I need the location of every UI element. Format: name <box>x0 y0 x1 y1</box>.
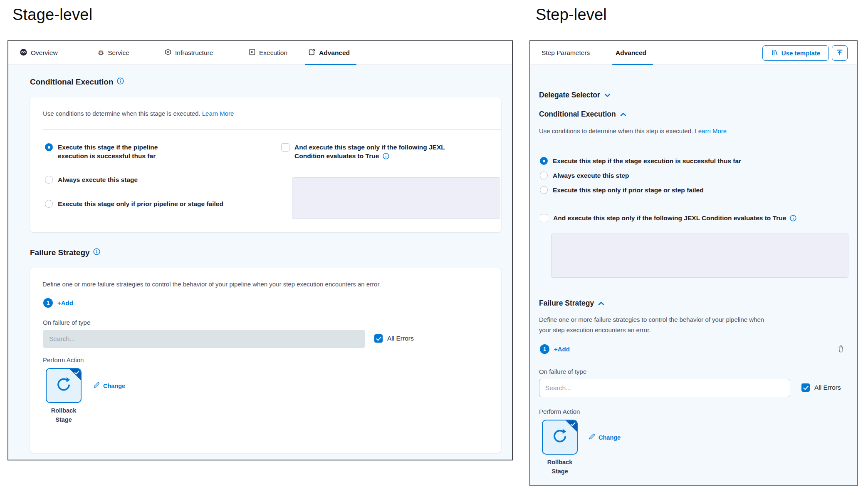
tab-label: Overview <box>31 49 58 57</box>
column-divider <box>263 141 263 217</box>
execution-icon <box>249 49 255 57</box>
radio-unselected-icon[interactable] <box>45 200 53 208</box>
infrastructure-icon <box>165 49 171 57</box>
failure-strategy-description: Define one or more failure strategies to… <box>539 315 770 336</box>
conditional-execution-description: Use conditions to determine when this st… <box>43 110 234 117</box>
upload-arrow-icon <box>836 49 843 58</box>
failure-type-search-input[interactable] <box>539 379 790 397</box>
radio-execute-if-successful[interactable]: Execute this step if the stage execution… <box>540 157 741 166</box>
stage-advanced-panel: Overview ⚙ Service Infrastructure Execut… <box>7 40 513 460</box>
tab-label: Step Parameters <box>542 49 590 57</box>
checkbox-unchecked-icon[interactable] <box>281 143 289 152</box>
change-action-button[interactable]: Change <box>589 433 621 442</box>
radio-execute-if-failed[interactable]: Execute this step only if prior stage or… <box>540 186 704 195</box>
pencil-icon <box>589 433 596 442</box>
chevron-up-icon <box>620 110 626 119</box>
conditional-execution-description: Use conditions to determine when this st… <box>539 127 727 134</box>
service-gear-icon: ⚙ <box>98 50 104 57</box>
strategy-count-pill[interactable]: 1 <box>43 298 53 308</box>
stage-tabbar: Overview ⚙ Service Infrastructure Execut… <box>8 41 512 65</box>
tab-label: Infrastructure <box>175 49 213 57</box>
failure-strategy-description: Define one or more failure strategies to… <box>42 281 458 288</box>
info-icon[interactable] <box>383 153 389 162</box>
info-icon[interactable] <box>117 77 124 87</box>
tab-label: Service <box>108 49 129 57</box>
tab-advanced[interactable]: Advanced <box>616 41 646 65</box>
radio-always-execute[interactable]: Always execute this stage <box>45 176 138 184</box>
rollback-stage-action-tile[interactable] <box>46 368 82 403</box>
add-strategy-button[interactable]: +Add <box>554 346 570 353</box>
failure-strategy-heading: Failure Strategy <box>30 248 100 257</box>
conditional-execution-card: Use conditions to determine when this st… <box>30 97 501 232</box>
tile-check-icon <box>74 369 80 377</box>
conditional-execution-heading: Conditional Execution <box>30 77 124 87</box>
pencil-icon <box>93 381 100 390</box>
jexl-condition-textarea[interactable] <box>292 177 500 219</box>
perform-action-label: Perform Action <box>43 356 84 363</box>
chevron-up-icon <box>598 299 604 308</box>
selected-action-caption: Rollback Stage <box>35 406 93 425</box>
jexl-condition-textarea[interactable] <box>551 234 848 278</box>
overview-icon <box>20 49 27 57</box>
on-failure-of-type-label: On failure of type <box>43 319 90 326</box>
failure-strategy-card: Define one or more failure strategies to… <box>30 268 501 453</box>
card-divider <box>43 129 501 130</box>
selected-action-caption: Rollback Stage <box>531 458 589 476</box>
tab-service[interactable]: ⚙ Service <box>98 41 129 65</box>
tab-infrastructure[interactable]: Infrastructure <box>165 41 213 65</box>
template-library-icon <box>771 49 778 57</box>
step-panel-body: Delegate Selector Conditional Execution … <box>530 65 857 485</box>
step-advanced-panel: Step Parameters Advanced Use template De… <box>529 40 858 486</box>
radio-selected-icon[interactable] <box>540 157 548 165</box>
info-icon[interactable] <box>790 215 796 224</box>
delegate-selector-heading[interactable]: Delegate Selector <box>539 91 611 99</box>
checkbox-checked-icon[interactable] <box>374 334 383 343</box>
rollback-stage-action-tile[interactable] <box>542 420 578 455</box>
radio-unselected-icon[interactable] <box>45 176 53 184</box>
tab-execution[interactable]: Execution <box>249 41 287 65</box>
stage-level-title: Stage-level <box>12 6 92 24</box>
advanced-icon <box>308 49 315 57</box>
use-template-button[interactable]: Use template <box>762 45 829 61</box>
tab-step-parameters[interactable]: Step Parameters <box>542 41 590 65</box>
chevron-down-icon <box>604 91 611 99</box>
jexl-condition-checkbox-row[interactable]: And execute this stage only if the follo… <box>281 143 473 162</box>
on-failure-of-type-label: On failure of type <box>539 368 586 375</box>
radio-unselected-icon[interactable] <box>540 172 548 179</box>
add-strategy-button[interactable]: +Add <box>57 299 73 306</box>
learn-more-link[interactable]: Learn More <box>202 110 234 117</box>
info-icon[interactable] <box>93 248 100 257</box>
checkbox-checked-icon[interactable] <box>801 383 810 392</box>
radio-execute-if-successful[interactable]: Execute this stage if the pipeline execu… <box>45 143 186 161</box>
checkbox-unchecked-icon[interactable] <box>540 214 548 222</box>
conditional-execution-heading[interactable]: Conditional Execution <box>539 110 626 119</box>
learn-more-link[interactable]: Learn More <box>695 127 727 134</box>
stage-panel-body: Conditional Execution Use conditions to … <box>8 65 512 460</box>
jexl-condition-checkbox-row[interactable]: And execute this step only if the follow… <box>540 214 796 224</box>
radio-execute-if-failed[interactable]: Execute this stage only if prior pipelin… <box>45 200 223 209</box>
failure-type-search-input[interactable] <box>43 330 365 348</box>
all-errors-checkbox-row[interactable]: All Errors <box>801 383 841 392</box>
tab-label: Advanced <box>616 49 646 57</box>
delete-strategy-icon[interactable] <box>837 345 844 354</box>
tab-label: Advanced <box>319 49 350 57</box>
save-as-template-button[interactable] <box>832 45 848 61</box>
tab-advanced[interactable]: Advanced <box>308 41 350 65</box>
all-errors-checkbox-row[interactable]: All Errors <box>374 334 414 343</box>
screenshot-canvas: Stage-level Step-level Overview ⚙ Servic… <box>0 0 868 495</box>
tile-check-icon <box>570 421 576 428</box>
radio-selected-icon[interactable] <box>45 143 53 151</box>
change-action-button[interactable]: Change <box>93 381 125 390</box>
strategy-list-row: 1 +Add <box>43 298 73 308</box>
strategy-count-pill[interactable]: 1 <box>540 344 549 354</box>
strategy-list-row: 1 +Add <box>540 344 570 354</box>
step-tabbar: Step Parameters Advanced Use template <box>530 41 857 65</box>
tab-overview[interactable]: Overview <box>20 41 58 65</box>
perform-action-label: Perform Action <box>539 408 580 415</box>
tab-label: Execution <box>259 49 287 57</box>
radio-unselected-icon[interactable] <box>540 186 548 194</box>
failure-strategy-heading[interactable]: Failure Strategy <box>539 299 604 308</box>
radio-always-execute[interactable]: Always execute this step <box>540 172 629 180</box>
step-level-title: Step-level <box>536 6 607 24</box>
